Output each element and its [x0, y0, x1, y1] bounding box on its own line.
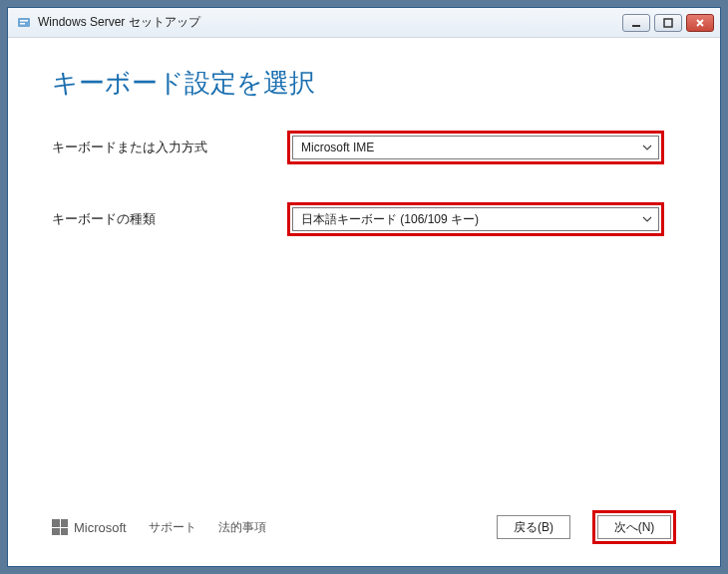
input-method-highlight: Microsoft IME [287, 131, 664, 164]
input-method-select[interactable]: Microsoft IME [292, 136, 659, 159]
keyboard-type-value: 日本語キーボード (106/109 キー) [301, 211, 479, 228]
brand-text: Microsoft [74, 520, 127, 535]
svg-rect-4 [664, 19, 672, 27]
content-area: キーボード設定を選択 キーボードまたは入力方式 Microsoft IME キー… [8, 38, 720, 566]
svg-rect-1 [20, 20, 28, 22]
app-icon [16, 15, 32, 31]
microsoft-logo: Microsoft [52, 519, 127, 535]
chevron-down-icon [642, 214, 652, 224]
keyboard-type-select[interactable]: 日本語キーボード (106/109 キー) [292, 207, 659, 231]
titlebar: Windows Server セットアップ [8, 8, 720, 38]
spacer [52, 274, 676, 510]
close-button[interactable] [686, 14, 714, 32]
window-controls [622, 14, 714, 32]
input-method-value: Microsoft IME [301, 141, 374, 154]
next-button-highlight: 次へ(N) [592, 510, 676, 544]
footer: Microsoft サポート 法的事項 戻る(B) 次へ(N) [52, 510, 676, 554]
window-title: Windows Server セットアップ [38, 14, 616, 31]
keyboard-type-label: キーボードの種類 [52, 210, 287, 228]
microsoft-icon [52, 519, 68, 535]
legal-link[interactable]: 法的事項 [218, 519, 266, 536]
support-link[interactable]: サポート [149, 519, 196, 536]
page-title: キーボード設定を選択 [52, 66, 676, 101]
input-method-row: キーボードまたは入力方式 Microsoft IME [52, 131, 676, 164]
svg-rect-0 [18, 18, 30, 27]
setup-window: Windows Server セットアップ キーボード設定を選択 キーボードまた… [7, 7, 721, 567]
back-button[interactable]: 戻る(B) [497, 515, 570, 539]
minimize-button[interactable] [622, 14, 650, 32]
next-button[interactable]: 次へ(N) [597, 515, 671, 539]
input-method-label: キーボードまたは入力方式 [52, 139, 287, 156]
maximize-button[interactable] [654, 14, 682, 32]
svg-rect-3 [632, 25, 640, 27]
chevron-down-icon [642, 143, 652, 152]
svg-rect-2 [20, 23, 25, 25]
keyboard-type-row: キーボードの種類 日本語キーボード (106/109 キー) [52, 202, 676, 236]
keyboard-type-highlight: 日本語キーボード (106/109 キー) [287, 202, 664, 236]
